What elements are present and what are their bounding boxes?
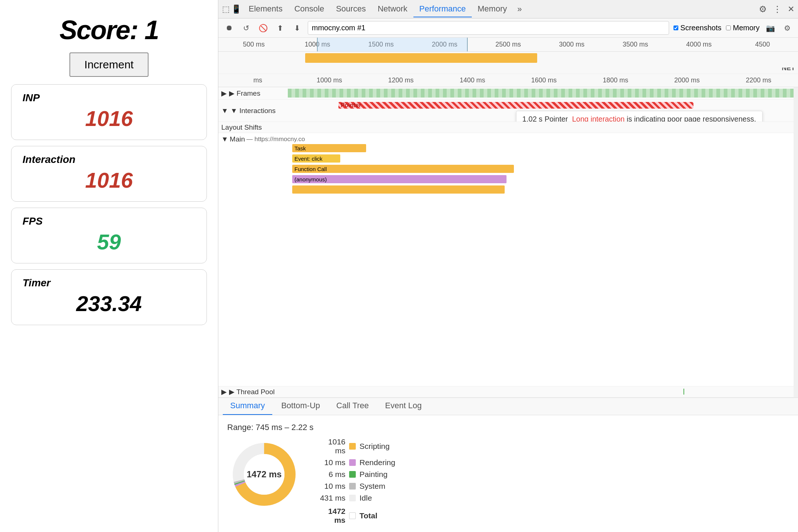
score-title: Score: 1	[59, 15, 158, 45]
interaction-tooltip: 1.02 s Pointer Long interaction is indic…	[516, 111, 763, 122]
cursor-icon[interactable]: ⬚	[222, 4, 230, 14]
task-bar-anonymous[interactable]: (anonymous)	[292, 175, 507, 183]
screenshots-checkbox[interactable]	[673, 25, 678, 30]
thread-pool-expand-icon[interactable]: ▶	[221, 388, 227, 396]
interactions-content: Pointer 1.02 s Pointer Long interaction …	[288, 100, 795, 122]
thread-pool-label: ▶ ▶ Thread Pool	[221, 388, 288, 396]
cpu-row	[218, 52, 798, 68]
legend-color-total	[349, 512, 356, 519]
legend-label: Painting	[359, 470, 388, 479]
devtools-panel: ⬚ 📱 ElementsConsoleSourcesNetworkPerform…	[218, 0, 798, 532]
interactions-expand-icon[interactable]: ▼	[221, 107, 228, 115]
more-tabs-button[interactable]: »	[514, 3, 525, 16]
layout-shifts-content	[288, 122, 795, 133]
legend-ms: 431 ms	[316, 494, 345, 502]
perf-settings-button[interactable]: ⚙	[781, 22, 794, 34]
interactions-track: ▼ ▼ Interactions Pointer 1.02 s Pointer …	[218, 100, 798, 122]
ruler2-mark: 1400 ms	[437, 76, 508, 84]
frames-expand-icon[interactable]: ▶	[221, 89, 227, 98]
legend-row-system: 10 ms System	[316, 482, 395, 491]
download-button[interactable]: ⬇	[291, 22, 303, 34]
main-expand-icon[interactable]: ▼	[221, 135, 228, 143]
close-icon[interactable]: ✕	[788, 4, 794, 14]
tooltip-header: 1.02 s Pointer Long interaction is indic…	[522, 115, 756, 122]
timeline-ruler-bottom: ms1000 ms1200 ms1400 ms1600 ms1800 ms200…	[218, 74, 798, 87]
long-interaction-link[interactable]: Long interaction	[572, 115, 624, 122]
perf-toolbar: ⏺ ↺ 🚫 ⬆ ⬇ Screenshots Memory 📷 ⚙	[218, 18, 798, 38]
devtools-tab-console[interactable]: Console	[289, 1, 330, 17]
task-bar-function-call[interactable]: Function Call	[292, 165, 514, 173]
cpu-net-rows: CPU NET	[218, 52, 798, 74]
settings-icon[interactable]: ⚙	[759, 4, 767, 14]
metric-value-timer: 233.34	[23, 291, 195, 316]
devtools-tab-performance[interactable]: Performance	[413, 1, 472, 17]
url-input[interactable]	[308, 21, 669, 35]
devtools-tab-memory[interactable]: Memory	[472, 1, 513, 17]
interactions-label: ▼ ▼ Interactions	[221, 107, 288, 115]
task-bar-event-click[interactable]: Event: click	[292, 154, 340, 163]
ruler-mark: 2500 ms	[476, 41, 540, 48]
legend-color-idle	[349, 495, 356, 501]
metric-label-inp: INP	[23, 92, 195, 104]
capture-screenshot-button[interactable]: 📷	[764, 22, 777, 34]
summary-legend: 1016 ms Scripting 10 ms Rendering 6 ms P…	[316, 437, 395, 525]
ruler2-mark: 2000 ms	[651, 76, 723, 84]
legend-row-painting: 6 ms Painting	[316, 470, 395, 479]
legend-label: Rendering	[359, 458, 395, 467]
upload-button[interactable]: ⬆	[274, 22, 286, 34]
clear-button[interactable]: 🚫	[257, 22, 269, 34]
range-text: Range: 745 ms – 2.22 s	[227, 423, 789, 432]
legend-row-idle: 431 ms Idle	[316, 494, 395, 502]
bottom-tabs: SummaryBottom-UpCall TreeEvent Log	[218, 398, 798, 415]
more-options-icon[interactable]: ⋮	[773, 4, 782, 14]
ruler-mark: 4000 ms	[667, 41, 731, 48]
bottom-tab-call-tree[interactable]: Call Tree	[329, 397, 376, 415]
summary-panel: Range: 745 ms – 2.22 s	[218, 415, 798, 532]
pointer-bar[interactable]: Pointer	[338, 102, 693, 109]
legend-ms: 10 ms	[316, 482, 345, 491]
task-bar-task[interactable]: Task	[292, 144, 366, 152]
tracks-area: ▶ ▶ Frames ▼ ▼ Interactions Pointer 1.02	[218, 87, 798, 398]
layout-shifts-track: Layout Shifts	[218, 122, 798, 133]
metric-value-inp: 1016	[23, 106, 195, 131]
bottom-tab-summary[interactable]: Summary	[223, 397, 272, 415]
ruler-mark: 3000 ms	[540, 41, 604, 48]
ruler2-mark: ms	[222, 76, 294, 84]
legend-label: System	[359, 482, 385, 491]
legend-row-rendering: 10 ms Rendering	[316, 458, 395, 467]
main-label: Main	[230, 135, 245, 143]
devtools-tab-elements[interactable]: Elements	[243, 1, 289, 17]
ruler-mark: 4500	[731, 41, 794, 48]
pointer-label: Pointer	[338, 102, 361, 108]
main-thread-url: — https://mmocny.co	[246, 136, 305, 143]
legend-ms: 10 ms	[316, 458, 345, 467]
frames-label: ▶ ▶ Frames	[221, 89, 288, 98]
bottom-tab-bottom-up[interactable]: Bottom-Up	[274, 397, 327, 415]
tracks-scrollbar[interactable]	[794, 87, 798, 398]
bottom-tab-event-log[interactable]: Event Log	[378, 397, 429, 415]
main-thread-track: ▼ Main — https://mmocny.co Task Event: c…	[218, 133, 798, 386]
increment-button[interactable]: Increment	[69, 52, 148, 77]
legend-ms: 6 ms	[316, 470, 345, 479]
device-icon[interactable]: 📱	[231, 4, 241, 14]
task-bar-function-call-2[interactable]	[292, 185, 505, 194]
ruler-mark: 500 ms	[222, 41, 286, 48]
devtools-tab-sources[interactable]: Sources	[330, 1, 372, 17]
main-thread-label: ▼ Main — https://mmocny.co	[221, 135, 305, 143]
thread-pool-track: ▶ ▶ Thread Pool	[218, 386, 798, 398]
reload-button[interactable]: ↺	[240, 22, 252, 34]
legend-color-painting	[349, 471, 356, 478]
frames-track: ▶ ▶ Frames	[218, 87, 798, 100]
memory-checkbox[interactable]	[726, 25, 731, 30]
screenshots-checkbox-group: Screenshots	[673, 24, 722, 32]
devtools-tabbar: ⬚ 📱 ElementsConsoleSourcesNetworkPerform…	[218, 0, 798, 18]
legend-label: Total	[359, 511, 378, 520]
cpu-bar	[305, 53, 537, 63]
devtools-tab-network[interactable]: Network	[372, 1, 413, 17]
legend-row-total: 1472 ms Total	[316, 507, 395, 525]
legend-color-system	[349, 483, 356, 490]
screenshots-label: Screenshots	[681, 24, 722, 32]
ruler-mark: 3500 ms	[604, 41, 667, 48]
legend-label: Idle	[359, 494, 372, 502]
record-button[interactable]: ⏺	[223, 22, 235, 34]
